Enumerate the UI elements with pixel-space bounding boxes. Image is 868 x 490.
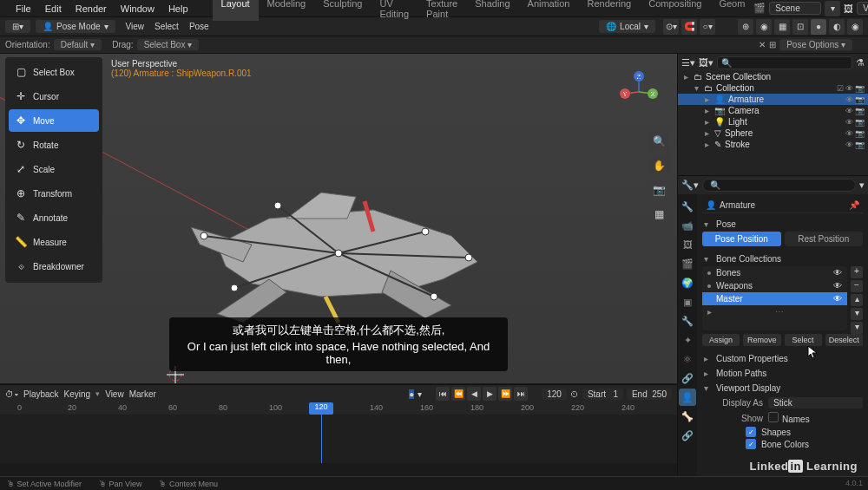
drag-dropdown[interactable]: Select Box ▾ — [137, 39, 200, 50]
tab-armature-data[interactable]: 👤 — [679, 389, 696, 406]
snap-toggle-icon[interactable]: ✕ — [759, 40, 766, 49]
timeline-track[interactable]: 0 20 40 60 80 100 120 140 160 180 200 22… — [0, 402, 677, 463]
shapes-checkbox[interactable]: ✓ — [746, 427, 756, 437]
shading-rendered-icon[interactable]: ◉ — [847, 19, 863, 35]
filter-icon[interactable]: ⊞ — [769, 40, 776, 49]
scene-name-input[interactable] — [769, 2, 821, 15]
autokey-button[interactable]: ● — [409, 389, 414, 399]
perspective-toggle-icon[interactable]: ▦ — [649, 205, 668, 224]
scene-browse-icon[interactable]: ▾ — [825, 1, 840, 16]
current-frame-input[interactable]: 120 — [542, 389, 567, 400]
bone-collection-weapons[interactable]: Weapons👁 — [702, 279, 847, 292]
tool-move[interactable]: ✥Move — [9, 109, 99, 132]
tool-annotate[interactable]: ✎Annotate — [9, 206, 99, 229]
timeline-menu-marker[interactable]: Marker — [129, 389, 156, 399]
tab-output[interactable]: 📹 — [679, 217, 696, 234]
bone-collection-master[interactable]: Master👁 — [702, 292, 847, 305]
play-button[interactable]: ▶ — [483, 387, 496, 401]
start-frame-input[interactable]: Start 1 — [582, 389, 623, 400]
shading-material-icon[interactable]: ◐ — [829, 19, 845, 35]
mode-dropdown[interactable]: 👤Pose Mode ▾ — [36, 20, 115, 33]
zoom-icon[interactable]: 🔍 — [649, 132, 668, 151]
tab-constraints[interactable]: 🔗 — [679, 369, 696, 387]
gizmo-visibility-icon[interactable]: ⊕ — [738, 19, 753, 35]
pan-icon[interactable]: ✋ — [649, 156, 668, 175]
motion-paths-header[interactable]: ▸Motion Paths — [702, 366, 863, 381]
tool-scale[interactable]: ⤢Scale — [9, 158, 99, 180]
remove-bone-collection-button[interactable]: − — [851, 280, 863, 292]
tool-rotate[interactable]: ↻Rotate — [9, 134, 99, 156]
tab-layout[interactable]: Layout — [213, 0, 259, 21]
tab-sculpting[interactable]: Sculpting — [314, 0, 371, 21]
jump-end-button[interactable]: ⏭ — [514, 387, 528, 401]
tab-uvediting[interactable]: UV Editing — [371, 0, 418, 21]
select-button[interactable]: Select — [785, 334, 822, 346]
tab-animation[interactable]: Animation — [519, 0, 579, 21]
end-frame-input[interactable]: End 250 — [627, 389, 672, 400]
bone-colors-checkbox[interactable]: ✓ — [746, 439, 756, 449]
specials-button[interactable]: ▾ — [851, 322, 863, 334]
outliner-camera[interactable]: ▸📷Camera 👁📷 — [678, 105, 868, 116]
pose-section-header[interactable]: ▾Pose — [702, 217, 863, 232]
play-reverse-button[interactable]: ◀ — [467, 387, 481, 401]
tool-cursor[interactable]: ✛Cursor — [9, 85, 99, 108]
timeline-menu-playback[interactable]: Playback — [23, 389, 59, 399]
jump-start-button[interactable]: ⏮ — [436, 387, 450, 401]
outliner-armature[interactable]: ▸👤Armature 👁📷 — [678, 94, 868, 105]
menu-pose[interactable]: Pose — [184, 22, 214, 31]
outliner-collection[interactable]: ▾🗀Collection ☑👁📷 — [678, 82, 868, 94]
rest-position-button[interactable]: Rest Position — [785, 232, 864, 246]
shading-solid-icon[interactable]: ● — [811, 19, 826, 35]
tab-modeling[interactable]: Modeling — [259, 0, 315, 21]
tab-particles[interactable]: ✦ — [679, 331, 696, 349]
move-up-button[interactable]: ▴ — [851, 294, 863, 306]
nav-gizmo[interactable]: Z Y X — [615, 68, 663, 116]
tool-transform[interactable]: ⊕Transform — [9, 182, 99, 205]
filter-icon[interactable]: ⚗ — [856, 57, 865, 69]
remove-button[interactable]: Remove — [743, 334, 780, 346]
pin-icon[interactable]: 📌 — [849, 200, 859, 210]
properties-editor-icon[interactable]: 🔧▾ — [681, 180, 699, 191]
proportional-icon[interactable]: ○▾ — [700, 19, 715, 35]
timeline-ruler[interactable]: 0 20 40 60 80 100 120 140 160 180 200 22… — [0, 402, 677, 415]
outliner-mode-icon[interactable]: 🖼▾ — [699, 57, 713, 69]
properties-search-input[interactable] — [702, 179, 856, 192]
custom-properties-header[interactable]: ▸Custom Properties — [702, 351, 863, 366]
tab-geom[interactable]: Geom — [710, 0, 753, 21]
tool-measure[interactable]: 📏Measure — [9, 231, 99, 253]
tab-modifiers[interactable]: 🔧 — [679, 312, 696, 330]
viewlayer-input[interactable] — [857, 2, 868, 15]
tab-shading[interactable]: Shading — [466, 0, 518, 21]
pivot-icon[interactable]: ⊙▾ — [663, 19, 679, 35]
timeline-menu-view[interactable]: View — [105, 389, 124, 399]
menu-file[interactable]: File — [9, 3, 38, 14]
outliner[interactable]: ▸🗀Scene Collection ▾🗀Collection ☑👁📷 ▸👤Ar… — [678, 71, 868, 175]
outliner-light[interactable]: ▸💡Light 👁📷 — [678, 116, 868, 127]
viewport-display-header[interactable]: ▾Viewport Display — [702, 381, 863, 395]
outliner-scene-collection[interactable]: ▸🗀Scene Collection — [678, 71, 868, 82]
orientation-dropdown[interactable]: Default ▾ — [54, 39, 102, 50]
move-down-button[interactable]: ▾ — [851, 308, 863, 320]
xray-icon[interactable]: ▦ — [774, 19, 790, 35]
tab-physics[interactable]: ⚛ — [679, 350, 696, 368]
bone-collection-bones[interactable]: Bones👁 — [702, 266, 847, 279]
playhead[interactable]: 120 — [309, 402, 333, 415]
bone-collections-header[interactable]: ▾Bone Collections — [702, 252, 863, 266]
next-keyframe-button[interactable]: ⏩ — [498, 387, 512, 401]
tab-bone-constraint[interactable]: 🔗 — [679, 427, 696, 444]
tab-object[interactable]: ▣ — [679, 293, 696, 310]
camera-view-icon[interactable]: 📷 — [649, 180, 668, 199]
tab-texturepaint[interactable]: Texture Paint — [418, 0, 466, 21]
tab-bone[interactable]: 🦴 — [679, 408, 696, 425]
menu-help[interactable]: Help — [161, 3, 195, 14]
frame-range-icon[interactable]: ⏲ — [570, 389, 579, 399]
menu-render[interactable]: Render — [69, 3, 114, 14]
bone-collection-expand[interactable]: ▸⋯ — [702, 305, 847, 318]
shading-wireframe-icon[interactable]: ⊡ — [792, 19, 808, 35]
tab-compositing[interactable]: Compositing — [640, 0, 710, 21]
transform-orientation-dropdown[interactable]: 🌐 Local ▾ — [599, 20, 655, 33]
assign-button[interactable]: Assign — [702, 334, 740, 346]
timeline-editor-icon[interactable]: ⏱▾ — [5, 389, 18, 399]
outliner-search-input[interactable] — [717, 56, 852, 69]
outliner-editor-icon[interactable]: ☰▾ — [681, 57, 695, 69]
